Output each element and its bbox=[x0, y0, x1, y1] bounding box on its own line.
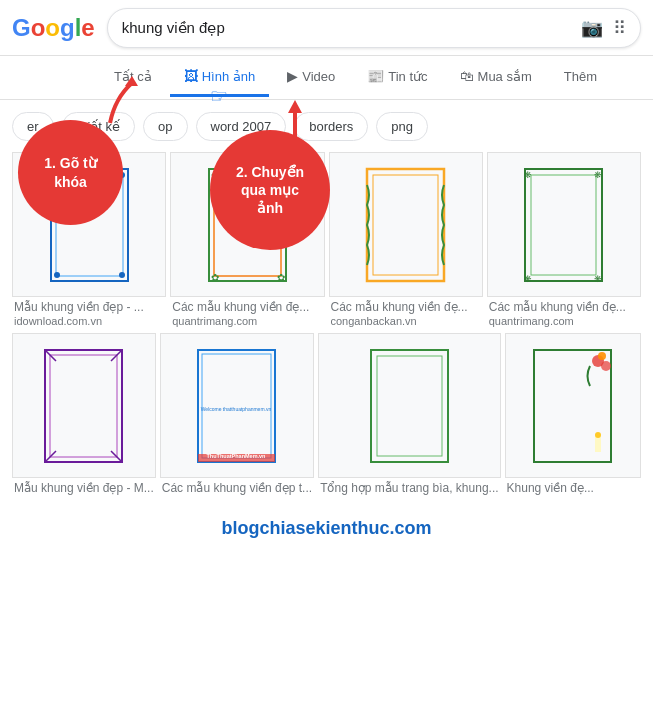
images-icon: 🖼 bbox=[184, 68, 198, 84]
header: Google khung viền đẹp 📷 ⠿ bbox=[0, 0, 653, 56]
cursor-hand-icon: ☞ bbox=[210, 84, 228, 108]
news-icon: 📰 bbox=[367, 68, 384, 84]
image-caption-1: Mẫu khung viền đẹp - ... bbox=[12, 297, 166, 315]
tab-more[interactable]: Thêm bbox=[550, 59, 611, 97]
tab-video[interactable]: ▶ Video bbox=[273, 58, 349, 97]
image-caption-6: Các mẫu khung viền đẹp t... bbox=[160, 478, 314, 496]
annotation-bubble-1: 1. Gõ từ khóa bbox=[18, 120, 123, 225]
svg-rect-13 bbox=[373, 175, 438, 275]
svg-text:✿: ✿ bbox=[277, 272, 285, 283]
image-caption-4: Các mẫu khung viền đẹ... bbox=[487, 297, 641, 315]
svg-text:ThuThuatPhanMem.vn: ThuThuatPhanMem.vn bbox=[207, 453, 267, 459]
tab-shopping[interactable]: 🛍 Mua sắm bbox=[446, 58, 546, 97]
image-item-8[interactable]: Khung viền đẹ... bbox=[505, 333, 641, 502]
arrow-1-icon bbox=[80, 68, 140, 128]
google-logo: Google bbox=[12, 14, 95, 42]
svg-text:Welcome thatthuatphanmem.vn: Welcome thatthuatphanmem.vn bbox=[201, 406, 272, 412]
svg-point-32 bbox=[598, 352, 606, 360]
image-item-3[interactable]: Các mẫu khung viền đẹ... conganbackan.vn bbox=[329, 152, 483, 333]
apps-icon[interactable]: ⠿ bbox=[613, 17, 626, 39]
image-thumb-5 bbox=[12, 333, 156, 478]
image-source-8 bbox=[505, 496, 641, 502]
image-item-5[interactable]: Mẫu khung viền đẹp - M... bbox=[12, 333, 156, 502]
image-source-5 bbox=[12, 496, 156, 502]
tab-video-label: Video bbox=[302, 69, 335, 84]
image-item-4[interactable]: ❋ ❋ ❋ ❋ Các mẫu khung viền đẹ... quantri… bbox=[487, 152, 641, 333]
annotation-bubble-2-text: 2. Chuyển qua mục ảnh bbox=[236, 163, 304, 218]
video-icon: ▶ bbox=[287, 68, 298, 84]
image-source-3: conganbackan.vn bbox=[329, 315, 483, 333]
chip-png[interactable]: png bbox=[376, 112, 428, 141]
svg-rect-15 bbox=[531, 175, 596, 275]
svg-text:❋: ❋ bbox=[594, 274, 602, 284]
image-thumb-7 bbox=[318, 333, 500, 478]
image-caption-3: Các mẫu khung viền đẹ... bbox=[329, 297, 483, 315]
svg-text:✿: ✿ bbox=[211, 272, 219, 283]
annotation-bubble-2: 2. Chuyển qua mục ảnh bbox=[210, 130, 330, 250]
svg-point-34 bbox=[595, 432, 601, 438]
tab-shopping-label: Mua sắm bbox=[478, 69, 532, 84]
camera-icon[interactable]: 📷 bbox=[581, 17, 603, 39]
svg-point-31 bbox=[601, 361, 611, 371]
svg-rect-14 bbox=[525, 169, 602, 281]
image-thumb-8 bbox=[505, 333, 641, 478]
watermark: blogchiasekienthuc.com bbox=[0, 518, 653, 539]
image-caption-2: Các mẫu khung viền đẹ... bbox=[170, 297, 324, 315]
svg-rect-33 bbox=[595, 436, 601, 452]
image-thumb-6: Welcome thatthuatphanmem.vn ThuThuatPhan… bbox=[160, 333, 314, 478]
svg-point-5 bbox=[119, 272, 125, 278]
svg-point-4 bbox=[54, 272, 60, 278]
tab-news[interactable]: 📰 Tin tức bbox=[353, 58, 441, 97]
image-source-2: quantrimang.com bbox=[170, 315, 324, 333]
image-caption-7: Tổng hợp mẫu trang bìa, khung... bbox=[318, 478, 500, 496]
svg-marker-36 bbox=[288, 100, 302, 113]
search-input[interactable]: khung viền đẹp bbox=[122, 19, 573, 36]
svg-rect-28 bbox=[377, 356, 442, 456]
tab-more-label: Thêm bbox=[564, 69, 597, 84]
svg-text:❋: ❋ bbox=[594, 170, 602, 180]
tab-images-label: Hình ảnh bbox=[202, 69, 256, 84]
svg-rect-27 bbox=[371, 350, 448, 462]
image-thumb-3 bbox=[329, 152, 483, 297]
shopping-icon: 🛍 bbox=[460, 68, 474, 84]
image-caption-8: Khung viền đẹ... bbox=[505, 478, 641, 496]
tab-news-label: Tin tức bbox=[388, 69, 427, 84]
chip-op[interactable]: op bbox=[143, 112, 187, 141]
svg-rect-12 bbox=[367, 169, 444, 281]
svg-text:❋: ❋ bbox=[524, 170, 532, 180]
image-row-2: Mẫu khung viền đẹp - M... Welcome thatth… bbox=[12, 333, 641, 502]
image-source-4: quantrimang.com bbox=[487, 315, 641, 333]
annotation-bubble-1-text: 1. Gõ từ khóa bbox=[44, 154, 97, 190]
svg-marker-35 bbox=[125, 76, 138, 86]
image-source-7 bbox=[318, 496, 500, 502]
search-bar[interactable]: khung viền đẹp 📷 ⠿ bbox=[107, 8, 641, 48]
image-caption-5: Mẫu khung viền đẹp - M... bbox=[12, 478, 156, 496]
svg-text:❋: ❋ bbox=[524, 274, 532, 284]
image-source-1: idownload.com.vn bbox=[12, 315, 166, 333]
image-thumb-4: ❋ ❋ ❋ ❋ bbox=[487, 152, 641, 297]
image-item-7[interactable]: Tổng hợp mẫu trang bìa, khung... bbox=[318, 333, 500, 502]
svg-rect-21 bbox=[50, 355, 117, 457]
tab-images[interactable]: 🖼 Hình ảnh ☞ bbox=[170, 58, 270, 97]
svg-rect-20 bbox=[45, 350, 122, 462]
image-source-6 bbox=[160, 496, 314, 502]
image-item-6[interactable]: Welcome thatthuatphanmem.vn ThuThuatPhan… bbox=[160, 333, 314, 502]
